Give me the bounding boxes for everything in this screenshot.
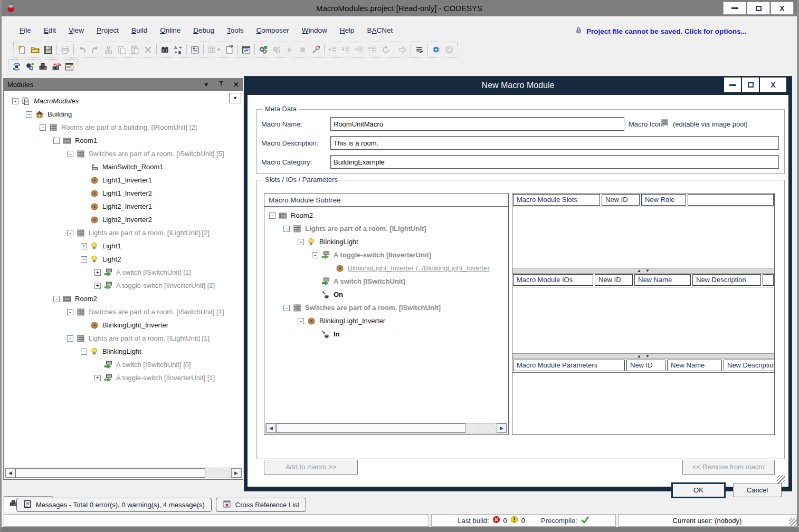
menu-bacnet[interactable]: BACNet <box>362 25 398 36</box>
modules-hscrollbar[interactable]: ◀▶ <box>5 468 242 478</box>
subtree-hscrollbar[interactable]: ◀▶ <box>265 423 507 433</box>
table-body[interactable] <box>512 373 774 435</box>
tree-expander[interactable]: - <box>53 296 60 302</box>
column-header[interactable]: Macro Module Parameters <box>513 360 625 371</box>
comp-trace-button[interactable] <box>63 60 76 73</box>
tree-item[interactable]: -BlinkingLight <box>4 345 242 358</box>
tree-expander[interactable]: - <box>269 212 275 219</box>
column-header[interactable]: New ID <box>626 360 665 371</box>
comp-cubes-button[interactable] <box>36 60 50 73</box>
remove-from-macro-button[interactable]: << Remove from macro <box>682 460 775 475</box>
tree-item[interactable]: +A toggle-switch [IInverterUnit] [1] <box>4 371 242 384</box>
tree-item[interactable]: -Switches are part of a room. [ISwitchUn… <box>4 305 242 318</box>
list-edit-button[interactable] <box>413 43 426 56</box>
tree-expander[interactable]: - <box>298 318 304 324</box>
menu-view[interactable]: View <box>63 25 89 36</box>
tree-item[interactable]: A switch [ISwitchUnit] [0] <box>4 358 242 371</box>
column-header[interactable]: New Description <box>724 360 774 371</box>
comp-refresh-button[interactable] <box>10 60 23 73</box>
close-button[interactable]: X <box>771 2 794 15</box>
splitter-down-icon[interactable]: ▼ <box>645 354 650 359</box>
tree-expander[interactable]: - <box>67 335 73 342</box>
macro-category-input[interactable] <box>330 155 779 169</box>
maximize-button[interactable] <box>747 2 770 15</box>
dialog-close-button[interactable]: X <box>760 78 786 92</box>
column-header[interactable]: New Description <box>692 274 761 286</box>
gears-on-button[interactable] <box>256 43 270 56</box>
tree-item[interactable]: Light2_Inverter2 <box>4 213 242 226</box>
dialog-resize-grip[interactable] <box>777 475 785 483</box>
tree-expander[interactable]: - <box>67 309 73 315</box>
tree-item[interactable]: -Room2 <box>4 292 242 305</box>
splitter-down-icon[interactable]: ▼ <box>645 269 650 273</box>
scroll-right-icon[interactable]: ▶ <box>231 468 241 478</box>
column-header[interactable]: New ID <box>595 274 633 286</box>
tree-item[interactable]: A switch [ISwitchUnit] <box>264 275 508 288</box>
scroll-left-icon[interactable]: ◀ <box>266 423 276 433</box>
tree-item[interactable]: BlinkingLight_Inverter (../BlinkingLight… <box>264 262 508 275</box>
column-header[interactable]: New ID <box>602 194 640 206</box>
column-header[interactable]: Macro Module IOs <box>513 274 593 286</box>
tree-item[interactable]: Light2_Inverter1 <box>4 200 242 213</box>
tree-expander[interactable]: + <box>81 243 87 249</box>
tree-expander[interactable]: - <box>312 252 318 258</box>
tree-item[interactable]: -BlinkingLight <box>264 235 508 248</box>
minimize-button[interactable] <box>723 2 746 15</box>
tree-expander[interactable]: - <box>67 230 73 236</box>
export-page-button[interactable] <box>223 43 236 56</box>
tree-item[interactable]: -Switches are part of a room. [ISwitchUn… <box>4 147 242 160</box>
tree-expander[interactable]: + <box>94 269 101 276</box>
tree-item[interactable]: -Light2 <box>4 253 242 266</box>
tree-expander[interactable]: - <box>81 256 87 263</box>
tree-item[interactable]: -Building <box>4 108 242 121</box>
tree-expander[interactable]: - <box>53 138 60 144</box>
tree-expander[interactable]: - <box>26 111 32 118</box>
menu-edit[interactable]: Edit <box>39 25 61 36</box>
menu-help[interactable]: Help <box>335 25 360 36</box>
scroll-left-icon[interactable]: ◀ <box>5 468 15 478</box>
tree-item[interactable]: +A toggle-switch [IInverterUnit] [2] <box>4 279 242 292</box>
comp-gear-button[interactable] <box>23 60 36 73</box>
tree-expander[interactable]: - <box>283 305 290 311</box>
tree-expander[interactable]: - <box>40 124 46 131</box>
build-button[interactable] <box>240 43 253 56</box>
window-resize-grip[interactable] <box>789 518 797 527</box>
wrench-button[interactable] <box>309 43 322 56</box>
tree-item[interactable]: MainSwitch_Room1 <box>4 160 242 173</box>
menu-project[interactable]: Project <box>91 25 124 36</box>
menu-debug[interactable]: Debug <box>188 25 220 36</box>
table-splitter[interactable]: ▲▼ <box>512 353 774 359</box>
tree-item[interactable]: In <box>264 327 508 341</box>
cancel-button[interactable]: Cancel <box>733 483 782 497</box>
menu-build[interactable]: Build <box>126 25 153 36</box>
tree-expander[interactable]: - <box>81 349 87 355</box>
pin-icon[interactable] <box>217 80 225 89</box>
settings-button[interactable] <box>430 43 443 56</box>
tree-item[interactable]: -MacroModules <box>4 94 242 108</box>
hscrollbar[interactable]: ◀▶ <box>5 468 242 478</box>
dialog-minimize-button[interactable] <box>724 78 741 92</box>
tree-expander[interactable]: + <box>94 283 101 289</box>
macro-icon-preview[interactable] <box>660 118 669 128</box>
add-to-macro-button[interactable]: Add to macro >> <box>264 460 358 475</box>
menu-window[interactable]: Window <box>297 25 332 36</box>
readonly-notice[interactable]: Project file cannot be saved. Click for … <box>575 26 747 36</box>
find-button[interactable] <box>158 43 172 56</box>
scroll-thumb[interactable] <box>15 468 205 478</box>
table-splitter[interactable]: ▲▼ <box>512 268 774 274</box>
tree-item[interactable]: +A switch [ISwitchUnit] [1] <box>4 266 242 279</box>
panel-menu-icon[interactable]: ▼ <box>203 81 209 88</box>
tree-item[interactable]: -Switches are part of a room. [ISwitchUn… <box>264 301 508 314</box>
replace-button[interactable]: AB <box>172 43 185 56</box>
dialog-maximize-button[interactable] <box>742 78 759 92</box>
macro-description-input[interactable] <box>330 136 779 150</box>
splitter-up-icon[interactable]: ▲ <box>637 354 641 359</box>
open-folder-button[interactable] <box>28 43 42 56</box>
messages-tab[interactable]: Cross Reference List <box>216 498 306 512</box>
tree-item[interactable]: -Lights are part of a room. [ILightUnit]… <box>4 332 242 345</box>
splitter-up-icon[interactable]: ▲ <box>637 269 641 273</box>
tree-item[interactable]: On <box>264 288 508 301</box>
tree-item[interactable]: -Room2 <box>264 209 508 222</box>
tree-expander[interactable]: - <box>298 239 304 245</box>
panel-close-icon[interactable]: ✕ <box>233 81 239 89</box>
